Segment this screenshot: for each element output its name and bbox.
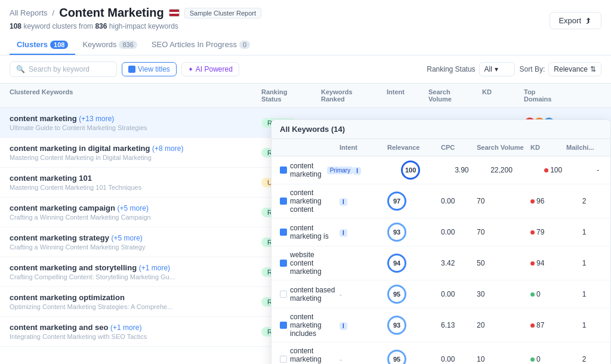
col-top-domains: TopDomains xyxy=(524,88,584,103)
panel-intent: I xyxy=(340,228,387,237)
export-icon: ⮭ xyxy=(585,16,593,25)
sample-cluster-badge: Sample Cluster Report xyxy=(184,8,261,18)
panel-col-kw xyxy=(280,144,340,151)
panel-col-cpc: CPC xyxy=(441,144,477,151)
panel-volume: 50 xyxy=(477,259,530,267)
export-label: Export xyxy=(558,16,581,25)
panel-kw-name: content based marketing xyxy=(280,286,340,303)
panel-row[interactable]: content marketing Primary I 100 3.90 22,… xyxy=(271,156,610,184)
kw-cell: content marketing (+13 more) Ultimate Gu… xyxy=(10,114,261,131)
search-box[interactable]: 🔍 Search by keyword xyxy=(10,61,117,77)
ranking-status-label: Ranking Status xyxy=(427,65,475,73)
ai-powered-label: AI Powered xyxy=(196,65,233,73)
panel-volume: 22,200 xyxy=(490,166,544,174)
panel-row[interactable]: content marketing includes I 93 6.13 20 … xyxy=(271,309,610,343)
panel-intent: I xyxy=(353,166,401,175)
panel-kw-name: content marketing is xyxy=(280,224,340,240)
panel-relevance: 95 xyxy=(387,350,441,364)
panel-row[interactable]: content based marketing - 95 0.00 30 0 1 xyxy=(271,280,610,309)
panel-intent: - xyxy=(340,355,387,364)
chevron-down-icon: ▾ xyxy=(495,65,498,73)
panel-title: All Keywords (14) xyxy=(280,125,345,134)
search-placeholder: Search by keyword xyxy=(29,65,90,73)
kw-cell: content marketing and storytelling (+1 m… xyxy=(10,263,261,280)
table-container: Clustered Keywords RankingStatus Keyword… xyxy=(0,84,611,364)
kw-checkbox-unchecked[interactable] xyxy=(280,356,287,363)
col-clustered-keywords: Clustered Keywords xyxy=(10,88,261,103)
kw-checkbox[interactable] xyxy=(280,166,287,174)
export-button[interactable]: Export ⮭ xyxy=(550,12,601,29)
breadcrumb-all-reports[interactable]: All Reports xyxy=(10,8,48,17)
panel-kd: 96 xyxy=(530,197,566,205)
sort-by-dropdown[interactable]: Relevance ⇅ xyxy=(548,62,601,76)
panel-intent: - xyxy=(340,290,387,299)
tab-keywords[interactable]: Keywords 836 xyxy=(75,35,144,55)
sort-by-value: Relevance xyxy=(554,65,588,73)
panel-kw-name: content marketing content xyxy=(280,189,340,214)
view-titles-checkbox xyxy=(128,66,135,73)
sort-icon: ⇅ xyxy=(590,65,596,73)
col-search-volume: SearchVolume xyxy=(428,88,482,103)
panel-kw-name: content marketing includes xyxy=(280,313,340,338)
kw-cell: content marketing 101 Mastering Content … xyxy=(10,174,261,191)
col-kd: KD xyxy=(482,88,524,103)
panel-row[interactable]: content marketing content I 97 0.00 70 9… xyxy=(271,184,610,218)
expanded-keywords-panel: All Keywords (14) Intent Relevance CPC S… xyxy=(271,119,611,364)
panel-kd: 0 xyxy=(530,290,566,298)
panel-kw-name: website content marketing xyxy=(280,251,340,276)
panel-volume: 70 xyxy=(477,197,530,205)
col-keywords-ranked: KeywordsRanked xyxy=(321,88,387,103)
panel-mailchimp: 1 xyxy=(566,259,602,267)
breadcrumb-separator: / xyxy=(53,8,55,17)
panel-cpc: 3.42 xyxy=(441,259,477,267)
kw-cell: content marketing campaign (+5 more) Cra… xyxy=(10,203,261,221)
ranking-status-filter: Ranking Status All ▾ xyxy=(427,62,514,76)
toolbar: 🔍 Search by keyword View titles ✦ AI Pow… xyxy=(0,55,611,84)
panel-cpc: 3.90 xyxy=(455,166,490,174)
panel-volume: 20 xyxy=(477,321,530,329)
ai-powered-icon: ✦ xyxy=(188,66,193,73)
panel-relevance: 94 xyxy=(387,254,441,273)
kw-checkbox-unchecked[interactable] xyxy=(280,291,287,298)
panel-kd: 87 xyxy=(530,321,566,329)
panel-mailchimp: - xyxy=(580,166,611,174)
panel-col-kd: KD xyxy=(530,144,566,151)
panel-rows-container: content marketing Primary I 100 3.90 22,… xyxy=(271,156,610,364)
panel-volume: 30 xyxy=(477,290,530,298)
kw-checkbox[interactable] xyxy=(280,322,287,329)
kw-checkbox[interactable] xyxy=(280,260,287,267)
panel-kd: 0 xyxy=(530,355,566,363)
panel-relevance: 97 xyxy=(387,192,441,211)
col-intent: Intent xyxy=(387,88,428,103)
sort-by-control: Sort By: Relevance ⇅ xyxy=(520,62,601,76)
kw-checkbox[interactable] xyxy=(280,198,287,205)
panel-intent: I xyxy=(340,197,387,206)
panel-relevance: 95 xyxy=(387,285,441,304)
kw-cell: content marketing and seo (+1 more) Inte… xyxy=(10,323,261,340)
panel-row[interactable]: website content marketing 94 3.42 50 94 … xyxy=(271,246,610,280)
panel-col-volume: Search Volume xyxy=(477,144,530,151)
col-ranking-status: RankingStatus xyxy=(261,88,321,103)
panel-volume: 10 xyxy=(477,355,530,363)
sort-by-label: Sort By: xyxy=(520,65,545,73)
search-icon: 🔍 xyxy=(16,65,25,73)
panel-mailchimp: 1 xyxy=(566,228,602,236)
panel-cpc: 0.00 xyxy=(441,355,477,363)
page-title: Content Marketing xyxy=(59,6,164,20)
tab-clusters[interactable]: Clusters 108 xyxy=(10,35,75,55)
kw-checkbox[interactable] xyxy=(280,229,287,236)
panel-kd: 100 xyxy=(544,166,580,174)
ranking-status-dropdown[interactable]: All ▾ xyxy=(479,62,515,76)
country-flag-icon xyxy=(169,9,180,17)
ai-powered-button[interactable]: ✦ AI Powered xyxy=(181,62,239,76)
panel-col-mailchimp: Mailchi... xyxy=(566,144,602,151)
panel-col-relevance: Relevance xyxy=(387,144,441,151)
panel-row[interactable]: content marketing overview - 95 0.00 10 … xyxy=(271,343,610,364)
panel-col-intent: Intent xyxy=(340,144,387,151)
view-titles-button[interactable]: View titles xyxy=(122,62,177,76)
panel-kw-name: content marketing Primary xyxy=(280,162,353,178)
kw-cell: content marketing in digital marketing (… xyxy=(10,144,261,161)
tab-seo-articles[interactable]: SEO Articles In Progress 0 xyxy=(144,35,257,55)
panel-mailchimp: 1 xyxy=(566,290,602,298)
panel-row[interactable]: content marketing is I 93 0.00 70 79 1 xyxy=(271,218,610,246)
